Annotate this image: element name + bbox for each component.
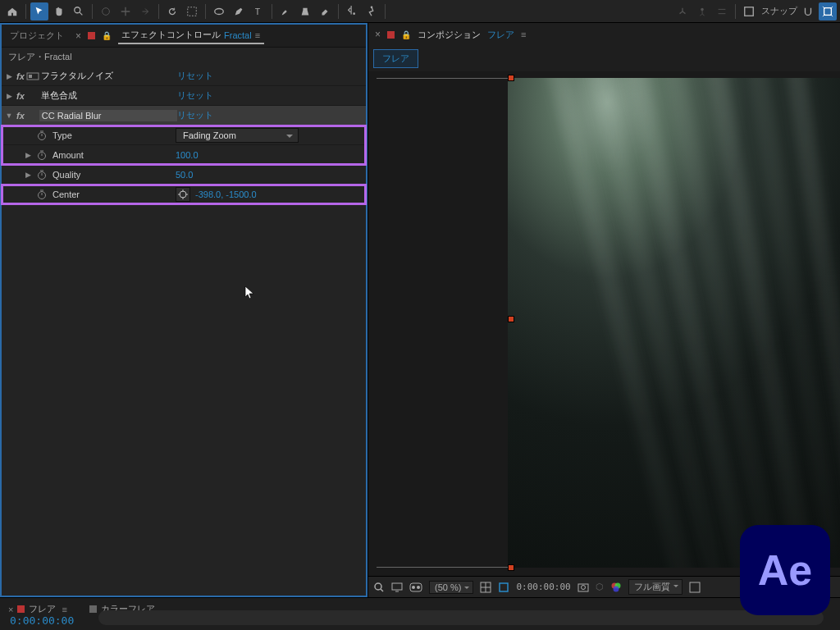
svg-text:T: T — [255, 6, 261, 16]
prop-value[interactable]: -398.0, -1500.0 — [195, 189, 257, 199]
snapshot-icon[interactable] — [578, 582, 589, 592]
dolly-tool[interactable] — [136, 2, 154, 21]
app-logo-icon: Ae — [740, 525, 830, 615]
subtab-label: フレア — [382, 53, 409, 63]
tab-project[interactable]: プロジェクト — [7, 28, 67, 43]
svg-rect-29 — [690, 582, 700, 592]
composition-panel: × 🔒 コンポジション フレア ≡ フレア — [368, 23, 840, 597]
tab-close-icon[interactable]: × — [375, 29, 381, 40]
eraser-tool[interactable] — [316, 2, 334, 21]
lock-icon[interactable]: 🔒 — [401, 30, 411, 39]
effect-name: CC Radial Blur — [39, 110, 177, 121]
panel-menu-icon[interactable]: ≡ — [62, 605, 67, 614]
svg-rect-18 — [392, 583, 402, 590]
home-icon[interactable] — [3, 2, 21, 21]
brush-tool[interactable] — [276, 2, 294, 21]
panel-menu-icon[interactable]: ≡ — [255, 30, 261, 40]
resolution-select[interactable]: フル画質 — [628, 579, 682, 595]
prop-label: Quality — [52, 170, 176, 180]
twirl-icon[interactable]: ▶ — [25, 171, 36, 179]
stopwatch-icon[interactable] — [36, 130, 48, 141]
viewport[interactable] — [368, 71, 840, 576]
color-mgmt-icon[interactable] — [610, 582, 622, 593]
tab-label: エフェクトコントロール — [121, 29, 221, 41]
prop-center: Center -398.0, -1500.0 — [2, 185, 366, 204]
vr-icon[interactable] — [409, 582, 422, 592]
reset-link[interactable]: リセット — [177, 70, 213, 82]
indicator-icon — [89, 605, 97, 613]
timecode[interactable]: 0:00:00:00 — [10, 614, 74, 627]
reset-link[interactable]: リセット — [177, 109, 213, 121]
twirl-icon[interactable]: ▶ — [25, 151, 36, 159]
magnify-icon[interactable] — [373, 582, 385, 593]
effect-row[interactable]: ▼ fx CC Radial Blur リセット — [2, 106, 366, 126]
unsaved-indicator-icon — [17, 605, 25, 613]
display-icon[interactable] — [391, 582, 403, 593]
snap-magnet-icon[interactable] — [799, 2, 817, 21]
reset-link[interactable]: リセット — [177, 89, 213, 102]
grid-icon[interactable] — [689, 582, 701, 593]
snap-checkbox[interactable] — [740, 2, 758, 21]
crosshair-picker-icon[interactable] — [176, 187, 190, 202]
stopwatch-icon[interactable] — [36, 169, 48, 180]
prop-value[interactable]: 50.0 — [176, 170, 193, 180]
roto-tool[interactable] — [343, 2, 361, 21]
preview-canvas — [508, 78, 840, 568]
mask-icon[interactable] — [498, 582, 509, 593]
svg-point-7 — [701, 7, 704, 11]
selection-tool[interactable] — [30, 2, 48, 21]
svg-point-28 — [613, 586, 619, 591]
comp-name[interactable]: フレア — [487, 29, 514, 41]
puppet-tool[interactable] — [363, 2, 381, 21]
twirl-icon[interactable]: ▼ — [3, 112, 15, 120]
stopwatch-icon[interactable] — [36, 189, 48, 200]
rotate-tool[interactable] — [163, 2, 181, 21]
pen-tool[interactable] — [230, 2, 248, 21]
panel-menu-icon[interactable]: ≡ — [521, 30, 527, 39]
3d-icon-2[interactable] — [693, 2, 711, 21]
orbit-tool[interactable] — [97, 2, 115, 21]
layer-handle[interactable] — [508, 75, 514, 81]
fx-badge-icon[interactable]: fx — [15, 111, 26, 121]
svg-point-16 — [180, 191, 186, 198]
layer-handle[interactable] — [508, 564, 514, 571]
lock-icon[interactable]: 🔒 — [102, 31, 112, 40]
prop-value[interactable]: 100.0 — [176, 150, 199, 160]
fx-badge-icon[interactable]: fx — [15, 71, 26, 81]
3d-icon-3[interactable] — [713, 2, 731, 21]
prop-label: Center — [52, 189, 176, 199]
snap-bounds-icon[interactable] — [819, 2, 837, 21]
hand-tool[interactable] — [50, 2, 68, 21]
3d-axis-icon[interactable] — [673, 2, 692, 21]
tab-effect-controls[interactable]: エフェクトコントロール Fractal ≡ — [118, 27, 264, 44]
pan-tool[interactable] — [116, 2, 135, 21]
timeline-search[interactable] — [98, 610, 824, 625]
type-tool[interactable]: T — [249, 2, 267, 21]
panel-tabs: プロジェクト × 🔒 エフェクトコントロール Fractal ≡ — [2, 25, 366, 48]
current-time[interactable]: 0:00:00:00 — [516, 582, 570, 592]
effect-type-icon — [26, 71, 39, 82]
zoom-value: (50 %) — [435, 582, 461, 592]
type-dropdown[interactable]: Fading Zoom — [176, 128, 299, 143]
twirl-icon[interactable]: ▶ — [3, 72, 15, 80]
tab-close-icon[interactable]: × — [8, 605, 13, 614]
fx-badge-icon[interactable]: fx — [15, 91, 26, 101]
stopwatch-icon[interactable] — [36, 149, 48, 161]
effect-row[interactable]: ▶ fx 単色合成 リセット — [2, 86, 366, 106]
tab-close-icon[interactable]: × — [75, 30, 81, 42]
twirl-icon[interactable]: ▶ — [3, 92, 15, 100]
unsaved-indicator-icon — [387, 31, 395, 39]
zoom-select[interactable]: (50 %) — [429, 581, 473, 594]
svg-rect-2 — [188, 7, 197, 16]
effect-row[interactable]: ▶ fx フラクタルノイズ リセット — [2, 66, 366, 86]
svg-point-21 — [417, 586, 420, 589]
shape-tool[interactable] — [210, 2, 228, 21]
anchor-tool[interactable] — [183, 2, 201, 21]
zoom-tool[interactable] — [70, 2, 88, 21]
spacer — [26, 90, 39, 102]
layer-handle[interactable] — [508, 316, 514, 322]
subtab-flare[interactable]: フレア — [373, 49, 418, 68]
resolution-icon[interactable] — [480, 582, 491, 593]
clone-tool[interactable] — [296, 2, 314, 21]
channel-icon[interactable]: ⬡ — [596, 582, 604, 592]
